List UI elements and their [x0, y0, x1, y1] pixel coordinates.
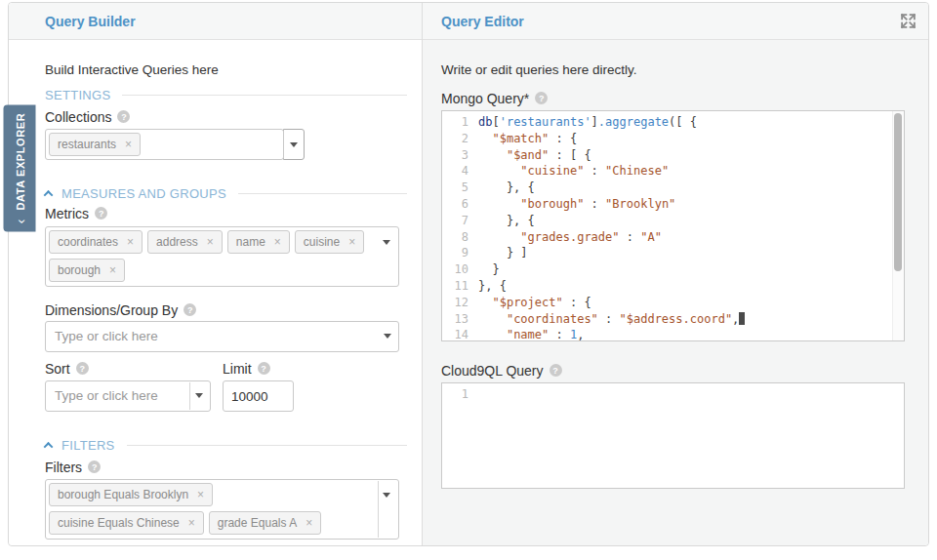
- selected-tag: coordinates×: [49, 230, 143, 254]
- collections-multiselect[interactable]: restaurants×: [45, 129, 284, 160]
- remove-tag-icon[interactable]: ×: [109, 264, 116, 276]
- select-divider: [189, 382, 190, 410]
- code-line: 12 "$project" : {: [447, 295, 888, 311]
- caret-down-icon: [290, 142, 298, 147]
- remove-tag-icon[interactable]: ×: [197, 489, 204, 500]
- chevron-up-icon: [44, 441, 54, 451]
- collections-dropdown-button[interactable]: [283, 129, 305, 160]
- mongo-query-editor[interactable]: 1db['restaurants'].aggregate([ {2 "$matc…: [441, 110, 905, 341]
- query-editor-header: Query Editor: [423, 3, 928, 40]
- line-number: 1: [447, 114, 468, 131]
- cloud9ql-label-row: Cloud9QL Query ?: [441, 361, 902, 380]
- query-editor-panel: Query Editor Write or edit queries here …: [422, 3, 928, 545]
- cloud9ql-label: Cloud9QL Query: [441, 363, 544, 379]
- section-header-measures[interactable]: MEASURES AND GROUPS: [45, 184, 407, 202]
- chevron-up-icon: [44, 189, 54, 199]
- filters-multiselect[interactable]: borough Equals Brooklyn×cuisine Equals C…: [45, 479, 399, 540]
- line-number: 5: [447, 180, 468, 196]
- help-icon[interactable]: ?: [117, 110, 130, 123]
- selected-tag: borough×: [49, 259, 125, 282]
- query-builder-panel: Query Builder Build Interactive Queries …: [9, 3, 422, 545]
- editor-intro-text: Write or edit queries here directly.: [441, 62, 902, 80]
- metrics-label: Metrics: [45, 206, 89, 221]
- remove-tag-icon[interactable]: ×: [207, 236, 214, 248]
- editor-scrollbar: [892, 111, 904, 340]
- line-number: 9: [447, 245, 468, 261]
- metrics-tags: coordinates×address×name×cuisine×borough…: [46, 227, 374, 285]
- help-icon[interactable]: ?: [258, 362, 270, 375]
- sort-column: Sort ? Type or click here: [45, 359, 211, 412]
- scrollbar-thumb[interactable]: [894, 113, 902, 271]
- code-line: 7 }, {: [447, 213, 888, 229]
- placeholder-text: Type or click here: [46, 381, 210, 411]
- section-header-filters[interactable]: FILTERS: [45, 436, 407, 454]
- help-icon[interactable]: ?: [535, 92, 548, 104]
- text-cursor: [739, 312, 745, 325]
- remove-tag-icon[interactable]: ×: [274, 236, 281, 248]
- filters-tags: borough Equals Brooklyn×cuisine Equals C…: [46, 480, 374, 538]
- data-explorer-tab[interactable]: ‹ DATA EXPLORER: [3, 104, 35, 231]
- line-number: 8: [447, 229, 468, 246]
- code-line: 2 "$match" : {: [447, 131, 888, 147]
- collections-combobox: restaurants×: [45, 129, 407, 160]
- data-explorer-tab-label: DATA EXPLORER: [14, 112, 25, 210]
- chevron-left-icon: ‹: [13, 219, 26, 223]
- remove-tag-icon[interactable]: ×: [306, 517, 312, 529]
- tag-label: cuisine Equals Chinese: [58, 516, 180, 530]
- collections-label: Collections: [45, 109, 111, 125]
- filters-label-row: Filters ?: [45, 458, 407, 476]
- measures-section-label: MEASURES AND GROUPS: [61, 186, 226, 201]
- line-number: 11: [447, 278, 468, 295]
- code-line: 9 } ]: [447, 245, 888, 261]
- code-line: 6 "borough" : "Brooklyn": [447, 196, 888, 213]
- help-icon[interactable]: ?: [76, 362, 89, 375]
- placeholder-text: Type or click here: [46, 322, 398, 351]
- selected-tag: restaurants×: [49, 133, 141, 156]
- selected-tag: cuisine×: [295, 230, 364, 254]
- line-number: 4: [447, 163, 468, 180]
- sort-select[interactable]: Type or click here: [45, 380, 211, 412]
- tag-label: restaurants: [58, 138, 116, 151]
- code-line: 4 "cuisine" : "Chinese": [447, 163, 888, 180]
- remove-tag-icon[interactable]: ×: [125, 139, 132, 150]
- expand-icon[interactable]: [900, 13, 917, 29]
- limit-label-row: Limit ?: [223, 359, 294, 378]
- tag-label: address: [156, 235, 198, 249]
- section-rule: [122, 95, 407, 96]
- dimensions-select[interactable]: Type or click here: [45, 321, 399, 352]
- page: Query Builder Build Interactive Queries …: [0, 0, 937, 560]
- code-line: 13 "coordinates" : "$address.coord",: [447, 311, 888, 328]
- code-line: 10 }: [447, 261, 888, 278]
- tag-label: name: [236, 235, 265, 249]
- code-line: 14 "name" : 1,: [447, 327, 888, 341]
- code-line: 3 "$and" : [ {: [447, 147, 888, 164]
- line-number: 6: [447, 196, 468, 213]
- tag-label: coordinates: [58, 235, 118, 249]
- line-number: 10: [447, 261, 468, 278]
- remove-tag-icon[interactable]: ×: [188, 517, 195, 529]
- tag-label: cuisine: [304, 235, 340, 249]
- filters-section-label: FILTERS: [61, 438, 115, 453]
- selected-tag: grade Equals A×: [209, 511, 321, 535]
- query-editor-body: Write or edit queries here directly. Mon…: [423, 40, 928, 489]
- query-builder-title: Query Builder: [45, 14, 136, 29]
- line-number: 3: [447, 147, 468, 164]
- limit-input[interactable]: [223, 380, 294, 412]
- line-number: 13: [447, 311, 468, 328]
- remove-tag-icon[interactable]: ×: [127, 236, 134, 248]
- remove-tag-icon[interactable]: ×: [348, 236, 355, 248]
- metrics-multiselect[interactable]: coordinates×address×name×cuisine×borough…: [45, 226, 399, 287]
- help-icon[interactable]: ?: [95, 207, 107, 220]
- help-icon[interactable]: ?: [550, 364, 562, 377]
- line-number: 7: [447, 213, 468, 229]
- help-icon[interactable]: ?: [88, 460, 101, 473]
- sort-label: Sort: [45, 361, 70, 377]
- query-builder-body: Build Interactive Queries here SETTINGS …: [9, 40, 422, 540]
- cloud9ql-editor[interactable]: 1: [441, 382, 905, 489]
- caret-down-icon: [383, 493, 390, 498]
- section-rule: [127, 445, 407, 446]
- select-divider: [378, 481, 379, 538]
- help-icon[interactable]: ?: [183, 303, 196, 316]
- section-header-settings[interactable]: SETTINGS: [45, 86, 407, 103]
- code-line: 1db['restaurants'].aggregate([ {: [447, 114, 888, 131]
